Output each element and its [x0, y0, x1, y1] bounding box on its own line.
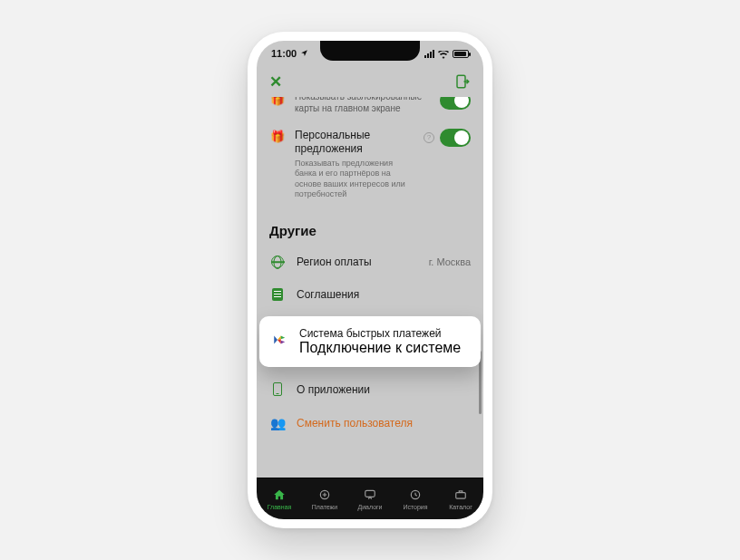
- row-switch-user[interactable]: 👥 Сменить пользователя: [257, 406, 483, 440]
- setting-personal-offers[interactable]: 🎁 Персональные предложения Показывать пр…: [257, 121, 483, 207]
- location-arrow-icon: [300, 48, 308, 59]
- tab-label: Главная: [268, 504, 292, 510]
- globe-icon: [271, 256, 284, 268]
- briefcase-icon: [453, 488, 468, 502]
- home-icon: [272, 488, 287, 502]
- section-other-header: Другие: [257, 207, 483, 246]
- statusbar-time: 11:00: [271, 48, 297, 59]
- row-agreements[interactable]: Соглашения: [257, 278, 483, 311]
- top-nav: ✕: [257, 66, 483, 97]
- toggle-switch[interactable]: [440, 129, 471, 147]
- tab-bar: Главная Платежи Диалоги История: [257, 478, 483, 519]
- tab-catalog[interactable]: Каталог: [438, 478, 483, 519]
- phone-icon: [273, 382, 282, 396]
- chat-icon: [363, 488, 377, 502]
- row-label: Регион оплаты: [297, 256, 372, 268]
- tab-label: Платежи: [312, 504, 337, 510]
- row-label: О приложении: [297, 383, 370, 396]
- row-region[interactable]: Регион оплаты г. Москва: [257, 246, 483, 278]
- setting-title: Персональные предложения: [295, 129, 414, 156]
- phone-frame: 11:00 ✕ 🎁: [248, 32, 492, 528]
- cellular-icon: [424, 49, 434, 58]
- help-icon[interactable]: ?: [424, 132, 434, 143]
- logout-icon[interactable]: [454, 73, 471, 90]
- row-sbp[interactable]: Система быстрых платежей Подключение к с…: [259, 316, 481, 367]
- row-about[interactable]: О приложении: [257, 372, 483, 406]
- gift-icon: 🎁: [270, 97, 285, 106]
- wifi-icon: [438, 50, 449, 58]
- gift-icon: 🎁: [270, 130, 285, 143]
- row-label: Сменить пользователя: [297, 417, 413, 430]
- row-value: г. Москва: [429, 256, 471, 267]
- setting-blocked-cards[interactable]: 🎁 Показывать заблокированные карты на гл…: [257, 97, 483, 121]
- history-icon: [408, 488, 423, 502]
- sbp-icon: [272, 335, 288, 351]
- tab-payments[interactable]: Платежи: [302, 478, 347, 519]
- svg-rect-2: [365, 490, 375, 497]
- toggle-switch[interactable]: [440, 97, 471, 110]
- document-icon: [272, 288, 283, 301]
- row-sublabel: Подключение к системе: [299, 340, 461, 356]
- battery-icon: [453, 50, 469, 58]
- screen: 11:00 ✕ 🎁: [257, 41, 483, 519]
- tab-history[interactable]: История: [393, 478, 438, 519]
- row-label: Система быстрых платежей: [299, 327, 461, 340]
- tab-label: Каталог: [449, 504, 472, 510]
- tab-label: История: [403, 504, 427, 510]
- setting-title: Показывать заблокированные карты на глав…: [295, 97, 431, 114]
- content-scroll[interactable]: 🎁 Показывать заблокированные карты на гл…: [257, 97, 483, 478]
- payments-icon: [317, 488, 332, 502]
- svg-rect-4: [456, 493, 466, 498]
- people-icon: 👥: [270, 416, 286, 430]
- setting-desc: Показывать предложения банка и его партн…: [295, 159, 414, 199]
- tab-label: Диалоги: [357, 504, 382, 510]
- notch: [320, 41, 420, 61]
- tab-dialogs[interactable]: Диалоги: [347, 478, 393, 519]
- close-icon[interactable]: ✕: [269, 72, 282, 92]
- tab-home[interactable]: Главная: [257, 478, 302, 519]
- row-label: Соглашения: [297, 288, 359, 301]
